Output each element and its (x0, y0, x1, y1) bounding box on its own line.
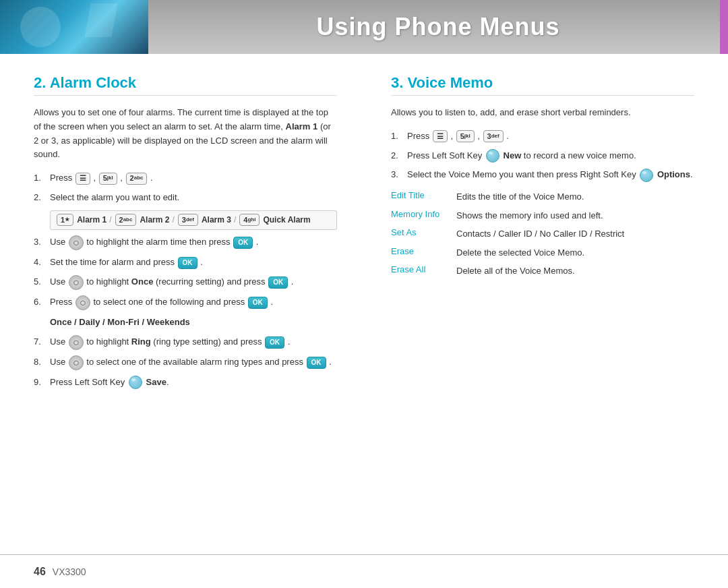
alarm-step-1: 1. Press ☰ , 5jkl , 2abc . (34, 171, 337, 185)
voice-memo-title: 3. Voice Memo (391, 74, 694, 96)
option-edit-title-desc: Edits the title of the Voice Memo. (456, 190, 584, 204)
ok-key-7: OK (265, 336, 284, 349)
key-2abc: 2abc (126, 173, 148, 185)
voice-key-3def: 3def (483, 130, 504, 142)
option-erase: Erase Delete the selected Voice Memo. (391, 246, 694, 260)
voice-key-5jkl: 5jkl (456, 130, 475, 142)
alarm-step-8: 8. Use ○ to select one of the available … (34, 355, 337, 370)
alarm-options-table: 1★ Alarm 1 / 2abc Alarm 2 / 3def Alarm 3… (50, 210, 337, 230)
nav-key-5: ○ (69, 275, 84, 290)
alarm-clock-section: 2. Alarm Clock Allows you to set one of … (34, 74, 351, 541)
right-soft-key-options (640, 169, 653, 182)
schedule-options-text: Once / Daily / Mon-Fri / Weekends (50, 317, 190, 327)
voice-memo-options: Edit Title Edits the title of the Voice … (391, 190, 694, 278)
option-set-as-label: Set As (391, 227, 448, 237)
option-erase-label: Erase (391, 246, 448, 256)
key-3def: 3def (178, 214, 198, 226)
main-content: 2. Alarm Clock Allows you to set one of … (0, 54, 728, 554)
ok-key-4: OK (178, 257, 198, 269)
alarm-description: Allows you to set one of four alarms. Th… (34, 106, 337, 162)
left-soft-key-new (486, 149, 499, 163)
option-memory-info: Memory Info Shows the memory info used a… (391, 209, 694, 223)
key-1star: 1★ (57, 214, 73, 226)
page-header: Using Phone Menus (0, 0, 728, 54)
option-erase-all-desc: Delete all of the Voice Memos. (456, 264, 575, 278)
key-5jkl: 5jkl (99, 173, 117, 185)
voice-memo-section: 3. Voice Memo Allows you to listen to, a… (377, 74, 694, 541)
option-memory-info-desc: Shows the memory info used and left. (456, 209, 603, 223)
alarm-steps: 1. Press ☰ , 5jkl , 2abc . 2. Select the… (34, 171, 337, 389)
voice-step-2: 2. Press Left Soft Key New to record a n… (391, 149, 694, 163)
alarm-step-6: 6. Press ○ to select one of the followin… (34, 295, 337, 310)
page-footer: 46 VX3300 (0, 554, 728, 588)
ok-key-3: OK (233, 237, 253, 249)
nav-key-6: ○ (75, 295, 90, 310)
alarm-options-row: 1★ Alarm 1 / 2abc Alarm 2 / 3def Alarm 3… (34, 210, 337, 230)
alarm-step-3: 3. Use ○ to highlight the alarm time the… (34, 235, 337, 250)
alarm-clock-title: 2. Alarm Clock (34, 74, 337, 96)
header-image (0, 0, 148, 54)
header-accent (720, 0, 728, 54)
ok-key-6: OK (248, 297, 268, 309)
alarm-step-7: 7. Use ○ to highlight Ring (ring type se… (34, 335, 337, 350)
alarm-schedule-options: Once / Daily / Mon-Fri / Weekends (50, 316, 337, 330)
alarm-step-9: 9. Press Left Soft Key Save. (34, 376, 337, 390)
option-memory-info-label: Memory Info (391, 209, 448, 219)
menu-key: ☰ (75, 173, 90, 185)
option-set-as-desc: Contacts / Caller ID / No Caller ID / Re… (456, 227, 624, 241)
voice-memo-description: Allows you to listen to, add, and erase … (391, 106, 694, 120)
alarm-step-2: 2. Select the alarm you want to edit. (34, 191, 337, 205)
key-4ghi: 4ghi (239, 214, 260, 226)
option-set-as: Set As Contacts / Caller ID / No Caller … (391, 227, 694, 241)
model-number: VX3300 (53, 566, 86, 577)
alarm-step-5: 5. Use ○ to highlight Once (recurring se… (34, 275, 337, 290)
alarm-step-4: 4. Set the time for alarm and press OK . (34, 256, 337, 270)
option-erase-desc: Delete the selected Voice Memo. (456, 246, 584, 260)
left-soft-key-save (129, 376, 142, 389)
key-2abc-alarm: 2abc (115, 214, 137, 226)
voice-memo-steps: 1. Press ☰ , 5jkl , 3def . 2. Press Left… (391, 129, 694, 182)
option-edit-title-label: Edit Title (391, 190, 448, 200)
nav-key-8: ○ (69, 355, 84, 370)
ok-key-8: OK (307, 357, 326, 369)
voice-step-1: 1. Press ☰ , 5jkl , 3def . (391, 129, 694, 144)
nav-key-3: ○ (69, 235, 84, 250)
page-number: 46 (34, 566, 46, 578)
option-erase-all-label: Erase All (391, 264, 448, 274)
voice-menu-key: ☰ (433, 130, 448, 142)
voice-step-3: 3. Select the Voice Memo you want then p… (391, 168, 694, 182)
option-edit-title: Edit Title Edits the title of the Voice … (391, 190, 694, 204)
option-erase-all: Erase All Delete all of the Voice Memos. (391, 264, 694, 278)
nav-key-7: ○ (69, 335, 84, 350)
header-title: Using Phone Menus (148, 13, 728, 41)
ok-key-5: OK (268, 276, 288, 289)
